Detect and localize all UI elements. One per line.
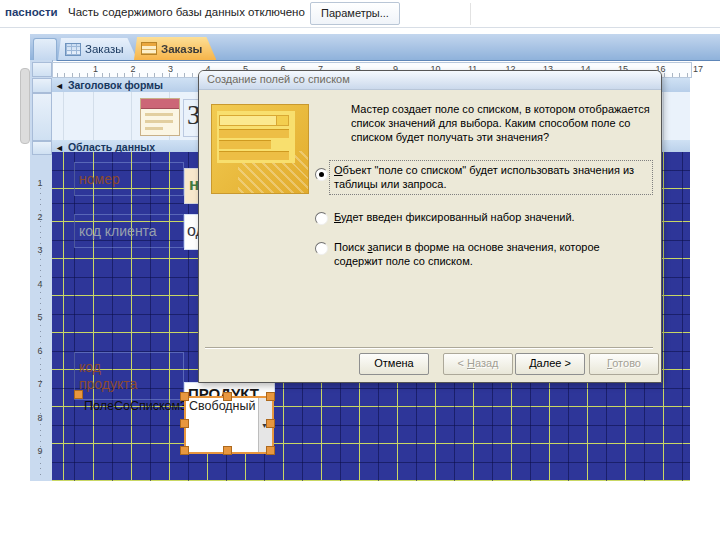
selection-handle[interactable]: [266, 419, 275, 428]
dialog-title-bar[interactable]: Создание полей со списком: [199, 71, 661, 90]
tab-orders-form-active[interactable]: Заказы: [134, 37, 216, 60]
form-icon: [141, 42, 157, 55]
table-icon: [65, 43, 81, 56]
tab-orders-table[interactable]: Заказы: [58, 38, 137, 60]
selection-handle[interactable]: [180, 392, 189, 401]
cancel-button[interactable]: Отмена: [359, 353, 429, 375]
form-logo-image: [140, 98, 180, 136]
ruler-number: 4: [30, 279, 50, 289]
security-message-bar: пасности Часть содержимого базы данных о…: [0, 0, 720, 28]
selection-handle[interactable]: [223, 446, 232, 455]
ruler-number: 9: [30, 446, 50, 456]
selection-handle[interactable]: [223, 392, 232, 401]
label-number[interactable]: номер: [74, 162, 184, 196]
section-selector-header-bar[interactable]: [32, 78, 52, 93]
form-header-section-label: Заголовок формы: [68, 79, 163, 91]
access-window: пасности Часть содержимого базы данных о…: [0, 0, 720, 540]
wizard-intro-text: Мастер создает поле со списком, в которо…: [351, 102, 657, 144]
selection-handle[interactable]: [266, 446, 275, 455]
navigation-pane-edge[interactable]: [20, 68, 30, 144]
combobox-value: Свободный: [189, 399, 255, 413]
ruler-corner-box: [32, 62, 52, 77]
selection-handle[interactable]: [180, 419, 189, 428]
label-move-handle[interactable]: [74, 390, 83, 399]
back-button: < Назад: [443, 353, 513, 375]
section-selector-detail-bar[interactable]: [32, 141, 52, 155]
section-collapse-icon: ◄: [55, 81, 64, 91]
tab-label: Заказы: [85, 43, 123, 55]
option-find-record-text[interactable]: Поиск записи в форме на основе значения,…: [334, 241, 648, 268]
security-bar-message: Часть содержимого базы данных отключено: [68, 6, 305, 18]
option-from-table-query-text[interactable]: Объект "поле со списком" будет использов…: [329, 160, 653, 195]
security-bar-title: пасности: [5, 6, 58, 18]
option-fixed-values-text[interactable]: Будет введен фиксированный набор значени…: [334, 211, 648, 225]
selection-handle[interactable]: [180, 446, 189, 455]
label-client-code[interactable]: код клиента: [74, 214, 184, 248]
label-product-code[interactable]: код продукта: [74, 352, 184, 400]
ruler-number: 3: [30, 245, 50, 255]
combobox-wizard-dialog: Создание полей со списком Мастер создает…: [198, 70, 662, 383]
radio-fixed-values[interactable]: [315, 212, 328, 225]
vertical-ruler: 123456789: [30, 60, 53, 481]
radio-find-record[interactable]: [315, 242, 328, 255]
tab-strip-stub: [33, 38, 57, 61]
options-button[interactable]: Параметры...: [310, 2, 400, 25]
ruler-number: 2: [131, 64, 136, 74]
ruler-number: 7: [30, 379, 50, 389]
ruler-number: 2: [30, 212, 50, 222]
ruler-number: 1: [30, 178, 50, 188]
combobox-label[interactable]: ПолеСоСписком3:: [84, 399, 188, 415]
dialog-separator: [205, 347, 653, 349]
selection-handle[interactable]: [266, 392, 275, 401]
ruler-number: 8: [30, 413, 50, 423]
ruler-number: 17: [693, 64, 703, 74]
next-button[interactable]: Далее >: [515, 353, 585, 375]
combobox-illustration: [211, 104, 309, 194]
ruler-number: 6: [30, 346, 50, 356]
section-selector-header[interactable]: [32, 93, 52, 141]
document-tab-bar: Заказы Заказы: [30, 34, 720, 61]
tab-label: Заказы: [161, 43, 202, 55]
ruler-number: 3: [168, 64, 173, 74]
ruler-ticks: [40, 180, 41, 475]
divider: [470, 3, 471, 25]
radio-from-table-query[interactable]: [315, 168, 328, 181]
dialog-body: Мастер создает поле со списком, в которо…: [199, 90, 659, 381]
ruler-number: 1: [93, 64, 98, 74]
ruler-number: 5: [30, 312, 50, 322]
finish-button: Готово: [589, 353, 659, 375]
